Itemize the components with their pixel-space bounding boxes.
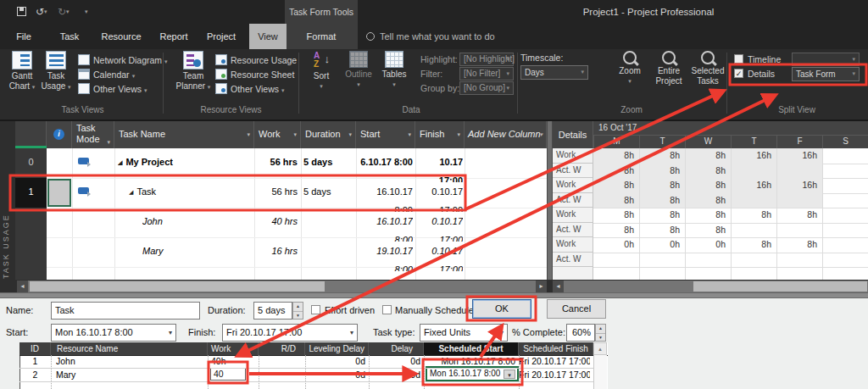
usage-cell[interactable] bbox=[639, 253, 685, 268]
assignment-name-cell[interactable]: Mary bbox=[142, 242, 248, 271]
usage-cell[interactable] bbox=[822, 148, 868, 164]
entire-project-button[interactable]: Entire Project bbox=[649, 51, 688, 102]
timeline-checkbox[interactable] bbox=[734, 54, 743, 64]
calendar-button[interactable]: Calendar▾ bbox=[78, 68, 135, 81]
usage-cell[interactable]: 8h bbox=[685, 223, 731, 238]
detail-label[interactable]: Act. W bbox=[553, 223, 593, 238]
usage-cell[interactable] bbox=[822, 178, 868, 193]
usage-cell[interactable] bbox=[593, 253, 639, 268]
day-header[interactable]: F bbox=[776, 135, 822, 148]
scrollbar-thumb[interactable] bbox=[693, 281, 867, 292]
work-cell[interactable]: 40 hrs bbox=[254, 212, 298, 242]
active-cell-highlight[interactable] bbox=[47, 179, 71, 207]
usage-cell[interactable]: 8h bbox=[685, 193, 731, 208]
filter-arrow-icon[interactable]: ▾ bbox=[293, 131, 297, 138]
spin-up-icon[interactable]: ▲ bbox=[293, 303, 303, 312]
duration-cell[interactable]: 5 days bbox=[303, 153, 353, 182]
usage-cell[interactable]: 0h bbox=[639, 237, 685, 253]
usage-cell[interactable] bbox=[731, 193, 776, 208]
usage-cell[interactable]: 16h bbox=[731, 148, 776, 164]
column-header-task-name[interactable]: Task Name▾ bbox=[114, 121, 254, 148]
select-all-corner[interactable] bbox=[15, 121, 47, 148]
grid-leveling-cell[interactable]: 0d bbox=[305, 369, 365, 381]
usage-cell[interactable] bbox=[776, 193, 822, 208]
start-cell[interactable]: 19.10.17 8:00 bbox=[357, 242, 413, 271]
usage-cell[interactable]: 8h bbox=[593, 223, 639, 238]
assignment-name-cell[interactable]: John bbox=[142, 212, 248, 242]
other-views-resource-button[interactable]: Other Views▾ bbox=[215, 82, 285, 96]
usage-cell[interactable]: 16h bbox=[731, 178, 776, 193]
grid-work-edit-cell[interactable]: 40 bbox=[210, 368, 246, 381]
table-horizontal-scrollbar[interactable]: ◂ ▸ bbox=[17, 281, 547, 292]
day-header[interactable]: M bbox=[593, 135, 639, 148]
usage-cell[interactable] bbox=[731, 223, 776, 238]
usage-cell[interactable]: 8h bbox=[593, 178, 639, 193]
scroll-up-icon[interactable]: ▴ bbox=[593, 342, 607, 355]
highlight-dropdown[interactable]: ▾[No Highlight] bbox=[459, 53, 514, 66]
filter-dropdown[interactable]: ▾[No Filter] bbox=[459, 67, 514, 81]
usage-cell[interactable]: 8h bbox=[639, 148, 685, 164]
details-checkbox[interactable]: ✓ bbox=[734, 69, 743, 78]
usage-cell[interactable]: 8h bbox=[685, 178, 731, 193]
tab-resource[interactable]: Resource bbox=[97, 24, 146, 49]
grid-id-cell[interactable]: 2 bbox=[19, 369, 51, 381]
zoom-button[interactable]: Zoom ▾ bbox=[612, 51, 648, 102]
usage-cell[interactable]: 8h bbox=[639, 208, 685, 223]
start-combo[interactable]: Mon 16.10.17 8:00▾ bbox=[51, 324, 176, 342]
tab-report[interactable]: Report bbox=[154, 24, 193, 49]
filter-arrow-icon[interactable]: ▾ bbox=[247, 131, 250, 138]
usage-cell[interactable]: 8h bbox=[639, 193, 685, 208]
usage-cell[interactable]: 8h bbox=[731, 208, 776, 223]
grid-sched-finish-cell[interactable]: Fri 20.10.17 17:00 bbox=[519, 355, 590, 368]
cell-dropdown-icon[interactable]: ▾ bbox=[504, 370, 515, 379]
usage-cell[interactable] bbox=[822, 237, 868, 253]
start-cell[interactable]: 16.10.17 8:00 bbox=[357, 182, 413, 212]
usage-cell[interactable] bbox=[685, 253, 731, 268]
manually-scheduled-checkbox[interactable] bbox=[382, 305, 392, 314]
effort-driven-checkbox[interactable] bbox=[311, 305, 320, 314]
tab-project[interactable]: Project bbox=[200, 24, 242, 49]
resource-sheet-button[interactable]: Resource Sheet bbox=[215, 68, 294, 81]
usage-cell[interactable] bbox=[776, 164, 822, 179]
finish-cell[interactable]: 0.10.17 17:00 bbox=[416, 242, 463, 271]
grid-sched-finish-cell[interactable]: Fri 20.10.17 17:00 bbox=[519, 369, 590, 381]
filter-arrow-icon[interactable]: ▾ bbox=[107, 139, 110, 146]
usage-cell[interactable]: 8h bbox=[593, 193, 639, 208]
start-cell[interactable]: 6.10.17 8:00 bbox=[357, 153, 413, 182]
usage-cell[interactable]: 0h bbox=[685, 237, 731, 253]
row-number[interactable]: 0 bbox=[15, 148, 47, 178]
work-cell[interactable]: 56 hrs bbox=[254, 182, 298, 212]
column-header-task-mode[interactable]: Task Mode ▾ bbox=[72, 121, 114, 148]
network-diagram-button[interactable]: Network Diagram▾ bbox=[78, 53, 168, 67]
timescale-dropdown[interactable]: ▾Days bbox=[520, 65, 588, 80]
usage-cell[interactable] bbox=[776, 253, 822, 268]
usage-cell[interactable]: 8h bbox=[685, 148, 731, 164]
filter-arrow-icon[interactable]: ▾ bbox=[408, 131, 411, 138]
usage-cell[interactable]: 16h bbox=[776, 178, 822, 193]
timescale-week-label[interactable]: 16 Oct '17 bbox=[598, 123, 637, 132]
column-header-duration[interactable]: Duration▾ bbox=[301, 121, 356, 148]
collapse-icon[interactable]: ◢ bbox=[129, 189, 133, 195]
finish-cell[interactable]: 10.17 17:00 bbox=[416, 153, 463, 182]
usage-cell[interactable]: 16h bbox=[776, 148, 822, 164]
chevron-down-icon[interactable]: ▾ bbox=[169, 325, 172, 341]
usage-cell[interactable]: 8h bbox=[593, 164, 639, 179]
work-cell[interactable]: 16 hrs bbox=[254, 242, 298, 271]
usage-cell[interactable]: 8h bbox=[685, 164, 731, 179]
grid-resource-cell[interactable]: Mary bbox=[56, 369, 200, 381]
spin-down-icon[interactable]: ▼ bbox=[293, 312, 303, 320]
tables-button[interactable]: Tables ▾ bbox=[378, 51, 410, 102]
quick-access-toolbar-menu[interactable]: ▾ bbox=[85, 4, 88, 19]
usage-cell[interactable] bbox=[731, 253, 776, 268]
usage-cell[interactable] bbox=[822, 208, 868, 223]
resource-usage-button[interactable]: Resource Usage bbox=[215, 53, 297, 67]
column-header-start[interactable]: Start▾ bbox=[356, 121, 415, 148]
grid-work-cell[interactable]: 40h bbox=[211, 355, 253, 368]
name-input[interactable]: Task bbox=[51, 302, 200, 320]
scrollbar-thumb[interactable] bbox=[30, 281, 325, 292]
column-header-finish[interactable]: Finish▾ bbox=[415, 121, 465, 148]
tell-me-box[interactable]: Tell me what you want to do bbox=[366, 24, 553, 49]
percent-complete-input[interactable]: 60% bbox=[566, 324, 595, 342]
duration-stepper[interactable]: ▲▼ bbox=[292, 302, 303, 320]
usage-cell[interactable]: 8h bbox=[776, 237, 822, 253]
